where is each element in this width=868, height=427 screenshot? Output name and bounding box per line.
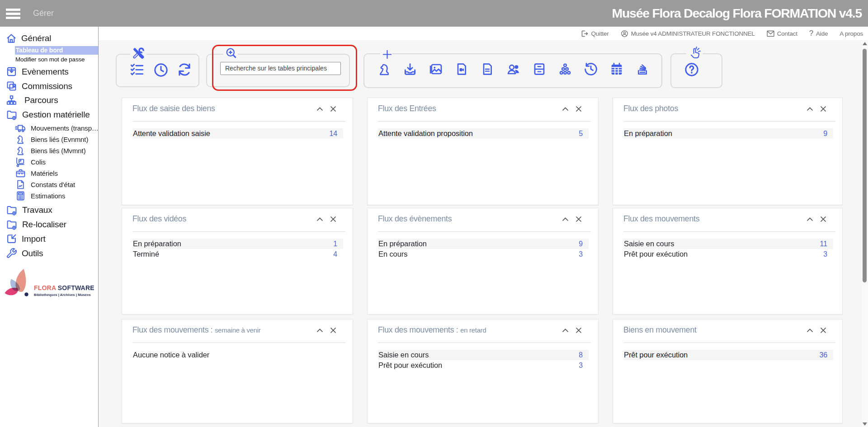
svg-text:Bibliothèques | Archives | Mus: Bibliothèques | Archives | Musées [34,293,91,297]
svg-text:FLORA SOFTWARE: FLORA SOFTWARE [34,284,94,291]
